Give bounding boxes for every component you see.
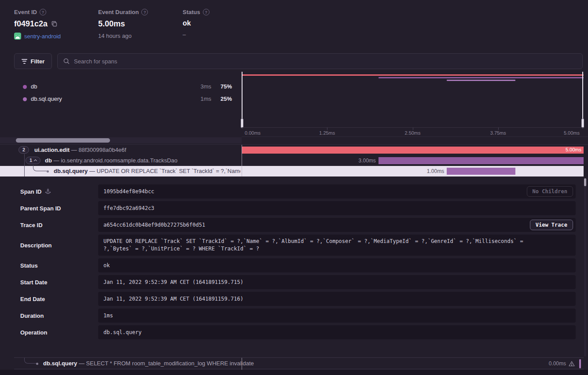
legend-label: db.sql.query (31, 96, 62, 102)
legend-percent: 75% (220, 83, 232, 90)
span-op: ui.action.edit (34, 147, 70, 153)
divider (242, 136, 588, 137)
span-bar[interactable] (447, 168, 515, 175)
copy-icon[interactable] (51, 21, 58, 27)
connector-dot (47, 170, 49, 173)
status-value: ok (183, 19, 191, 27)
minimap-line-db-sql-query (447, 80, 515, 81)
event-id-label: Event ID ? (14, 9, 61, 15)
minimap-line-ui-action-edit (242, 74, 584, 76)
detail-label: Operation (20, 329, 47, 336)
vertical-scrollbar-track[interactable] (584, 178, 586, 357)
event-duration-column: Event Duration ? 5.00ms 14 hours ago (98, 9, 148, 39)
span-op: db.sql.query (54, 168, 88, 174)
detail-label: Parent Span ID (20, 205, 61, 212)
legend-item-db-sql-query[interactable]: db.sql.query 1ms 25% (14, 94, 232, 104)
trace-minimap[interactable] (242, 72, 584, 127)
tree-connector-elbow (24, 358, 37, 364)
event-duration-ago: 14 hours ago (98, 33, 132, 39)
filter-icon (22, 58, 27, 65)
span-bar[interactable] (379, 157, 584, 164)
detail-label: End Date (20, 296, 45, 302)
status-detail-value: ok (98, 258, 576, 272)
help-icon[interactable]: ? (141, 9, 148, 15)
span-row-db-sql-query-select[interactable]: db.sql.query — SELECT * FROM room_table_… (14, 357, 584, 369)
description-value: UPDATE OR REPLACE `Track` SET `TrackId` … (98, 235, 576, 256)
children-count-badge[interactable]: 2 (18, 146, 29, 154)
search-input[interactable] (74, 58, 577, 65)
duration-value: 1ms (98, 309, 576, 323)
tree-connector-elbow (33, 165, 47, 171)
tree-connector-line (24, 154, 25, 176)
vertical-scrollbar-thumb[interactable] (584, 178, 586, 186)
view-trace-button[interactable]: View Trace (530, 220, 573, 230)
android-project-icon (14, 33, 21, 40)
search-icon (63, 58, 70, 65)
span-bar[interactable]: 5.00ms (242, 147, 584, 154)
span-search (57, 53, 583, 69)
chevron-up-icon (34, 159, 37, 162)
span-desc: SELECT * FROM room_table_modification_lo… (86, 360, 254, 367)
timeline-divider (242, 145, 242, 176)
time-axis: 0.00ms 1.25ms 2.50ms 3.75ms 5.00ms (242, 127, 584, 136)
span-duration: 5.00ms (566, 147, 581, 152)
detail-label: Start Date (20, 279, 47, 286)
legend-duration: 1ms (200, 96, 211, 102)
filter-button[interactable]: Filter (14, 53, 52, 69)
detail-row-end-date: End Date Jan 11, 2022 9:52:39 AM CET (16… (14, 292, 576, 306)
span-duration: 0.00ms (549, 360, 566, 367)
event-id-label-text: Event ID (14, 9, 37, 15)
timeline-divider (242, 358, 242, 370)
event-duration-value: 5.00ms (98, 19, 125, 29)
detail-row-description: Description UPDATE OR REPLACE `Track` SE… (14, 235, 576, 256)
end-date-value: Jan 11, 2022 9:52:39 AM CET (1641891159.… (98, 292, 576, 306)
minimap-left-handle[interactable] (241, 118, 243, 128)
anchor-icon[interactable] (45, 188, 51, 195)
axis-tick-label: 5.00ms (564, 130, 580, 136)
detail-row-parent-span-id: Parent Span ID ffe7dbc92a6942c3 (14, 201, 576, 215)
detail-row-status: Status ok (14, 258, 576, 272)
event-id-column: Event ID ? f0491c2a sentry-android (14, 9, 61, 40)
parent-span-id-value: ffe7dbc92a6942c3 (98, 201, 576, 215)
legend-label: db (31, 83, 37, 90)
legend-dot (23, 97, 27, 101)
axis-tick-label: 2.50ms (404, 130, 420, 136)
warning-icon (569, 360, 575, 368)
event-duration-label: Event Duration (98, 9, 139, 15)
horizontal-scrollbar-track[interactable] (0, 137, 242, 143)
span-desc: UPDATE OR REPLACE `Track` SET `TrackId` … (97, 168, 240, 174)
event-id-value: f0491c2a (14, 19, 48, 29)
page-bottom-strip (0, 370, 588, 375)
span-row-db-sql-query-selected[interactable]: db.sql.query — UPDATE OR REPLACE `Track`… (0, 166, 584, 176)
status-sub: – (183, 31, 186, 38)
children-count-badge-expanded[interactable]: 1 (26, 157, 40, 164)
help-icon[interactable]: ? (40, 9, 46, 15)
minimap-line-db (379, 77, 584, 78)
filter-button-label: Filter (31, 58, 45, 65)
detail-row-duration: Duration 1ms (14, 309, 576, 323)
legend-duration: 3ms (200, 83, 211, 90)
status-label: Status (183, 9, 200, 15)
axis-tick-label: 1.25ms (319, 130, 335, 136)
operation-value: db.sql.query (98, 325, 576, 339)
minimap-right-handle[interactable] (581, 118, 584, 128)
span-id-value: 1095bd4ef8e94bcc No Children (98, 184, 576, 199)
span-duration: 3.00ms (358, 158, 375, 164)
legend-percent: 25% (220, 96, 232, 102)
horizontal-scrollbar-thumb[interactable] (16, 138, 110, 143)
span-duration: 1.00ms (427, 168, 444, 174)
span-bar-zero-width[interactable] (579, 359, 581, 368)
help-icon[interactable]: ? (203, 9, 209, 15)
connector-dot (36, 363, 38, 365)
project-link[interactable]: sentry-android (24, 33, 61, 40)
span-row-db[interactable]: 1 db — io.sentry.android.roomsample.data… (0, 155, 584, 166)
start-date-value: Jan 11, 2022 9:52:39 AM CET (1641891159.… (98, 275, 576, 289)
span-row-ui-action-edit[interactable]: 2 ui.action.edit — 88f300998a0b4e6f 5.00… (0, 145, 584, 155)
axis-tick-label: 0.00ms (245, 130, 261, 136)
legend-item-db[interactable]: db 3ms 75% (14, 81, 232, 92)
detail-label: Trace ID (20, 222, 43, 228)
span-details-panel: Span ID 1095bd4ef8e94bcc No Children Par… (14, 184, 576, 342)
span-desc: io.sentry.android.roomsample.data.Tracks… (61, 157, 177, 164)
detail-row-start-date: Start Date Jan 11, 2022 9:52:39 AM CET (… (14, 275, 576, 289)
detail-row-operation: Operation db.sql.query (14, 325, 576, 339)
